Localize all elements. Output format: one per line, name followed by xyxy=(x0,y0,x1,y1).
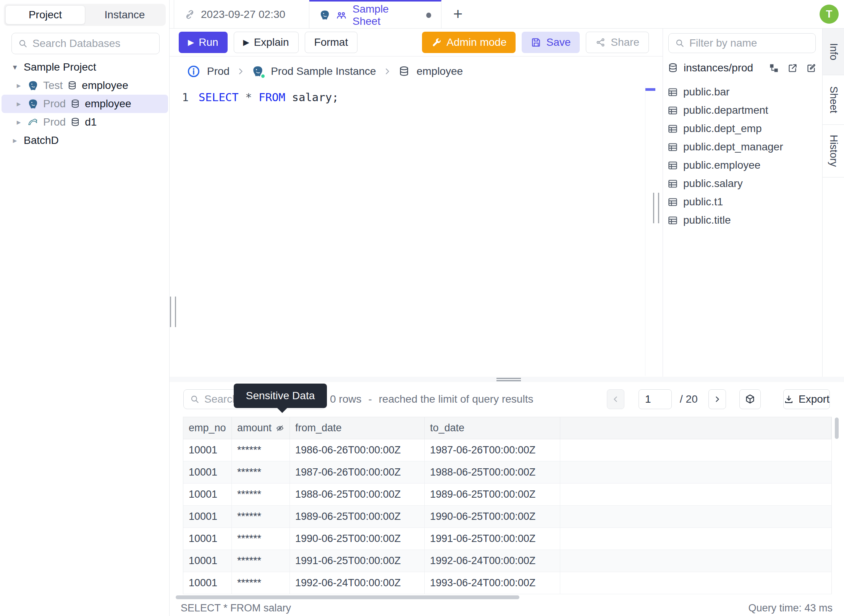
breadcrumb-instance[interactable]: Prod Sample Instance xyxy=(271,65,376,77)
cell[interactable]: 10001 xyxy=(183,572,232,594)
table-item[interactable]: public.salary xyxy=(663,174,823,193)
table-item[interactable]: public.title xyxy=(663,211,823,229)
save-button[interactable]: Save xyxy=(522,32,580,53)
external-link-icon[interactable] xyxy=(787,63,798,73)
column-header-masked[interactable]: amount xyxy=(232,417,290,439)
tab-instance[interactable]: Instance xyxy=(85,5,164,24)
share-button[interactable]: Share xyxy=(586,32,649,53)
schema-diagram-icon[interactable] xyxy=(769,63,779,73)
cell-masked[interactable]: ****** xyxy=(232,572,290,594)
table-item[interactable]: public.department xyxy=(663,101,823,119)
cell-masked[interactable]: ****** xyxy=(232,461,290,484)
cell[interactable]: 1992-06-24T00:00:00Z xyxy=(290,572,425,594)
explain-button[interactable]: ▶ Explain xyxy=(234,32,299,53)
tab-sheet[interactable]: Sheet xyxy=(823,75,844,125)
column-header[interactable]: from_date xyxy=(290,417,425,439)
cell[interactable]: 10001 xyxy=(183,550,232,572)
edit-icon[interactable] xyxy=(806,63,817,73)
info-icon[interactable] xyxy=(187,65,200,78)
vertical-scrollbar[interactable] xyxy=(835,418,839,439)
breadcrumb-database[interactable]: employee xyxy=(417,65,463,77)
tab-project[interactable]: Project xyxy=(5,5,85,24)
table-item[interactable]: public.t1 xyxy=(663,193,823,211)
cell[interactable]: 1989-06-25T00:00:00Z xyxy=(290,506,425,528)
tree-project-sample[interactable]: ▾ Sample Project xyxy=(2,58,168,76)
box-icon-button[interactable] xyxy=(739,389,761,409)
cell[interactable]: 1990-06-25T00:00:00Z xyxy=(425,506,560,528)
cell[interactable]: 1991-06-25T00:00:00Z xyxy=(425,528,560,550)
horizontal-scrollbar[interactable] xyxy=(176,595,519,599)
cell[interactable]: 10001 xyxy=(183,439,232,461)
table-row[interactable]: 10001 ****** 1987-06-26T00:00:00Z 1988-0… xyxy=(183,461,831,484)
admin-mode-button[interactable]: Admin mode xyxy=(422,32,516,53)
table-row[interactable]: 10001 ****** 1992-06-24T00:00:00Z 1993-0… xyxy=(183,572,831,594)
tab-history[interactable]: History xyxy=(823,125,844,177)
cell-masked[interactable]: ****** xyxy=(232,550,290,572)
table-row[interactable]: 10001 ****** 1991-06-25T00:00:00Z 1992-0… xyxy=(183,550,831,572)
filter-by-name-input[interactable] xyxy=(689,37,809,49)
cell-masked[interactable]: ****** xyxy=(232,484,290,506)
next-page-button[interactable] xyxy=(708,389,726,409)
cell-masked[interactable]: ****** xyxy=(232,506,290,528)
new-sheet-button[interactable]: + xyxy=(449,5,467,23)
cell[interactable]: 10001 xyxy=(183,461,232,484)
chevron-right-icon[interactable]: ▸ xyxy=(15,99,23,108)
export-button[interactable]: Export xyxy=(783,389,830,409)
table-item[interactable]: public.bar xyxy=(663,83,823,101)
chevron-right-icon[interactable]: ▸ xyxy=(15,81,23,90)
format-button[interactable]: Format xyxy=(305,32,358,53)
results-resize-handle[interactable] xyxy=(496,378,521,381)
tree-project-batchd[interactable]: ▸ BatchD xyxy=(2,131,168,150)
cell[interactable]: 1989-06-25T00:00:00Z xyxy=(425,484,560,506)
column-header[interactable]: to_date xyxy=(425,417,560,439)
sheet-tab-timestamp[interactable]: 2023-09-27 02:30 xyxy=(174,0,309,29)
results-splitter[interactable] xyxy=(170,377,844,382)
run-button[interactable]: ▶ Run xyxy=(179,32,228,53)
cell[interactable]: 1988-06-25T00:00:00Z xyxy=(290,484,425,506)
chevron-right-icon[interactable]: ▸ xyxy=(15,118,23,127)
tree-db-prod-employee[interactable]: ▸ Prod employee xyxy=(2,95,168,113)
cell[interactable]: 1993-06-24T00:00:00Z xyxy=(425,572,560,594)
prev-page-button[interactable] xyxy=(607,389,624,409)
table-item[interactable]: public.employee xyxy=(663,156,823,174)
tree-db-test-employee[interactable]: ▸ Test employee xyxy=(2,76,168,95)
cell[interactable]: 1988-06-25T00:00:00Z xyxy=(425,461,560,484)
table-row[interactable]: 10001 ****** 1989-06-25T00:00:00Z 1990-0… xyxy=(183,506,831,528)
column-header[interactable]: emp_no xyxy=(183,417,232,439)
table-filter[interactable] xyxy=(668,33,816,53)
cell[interactable]: 1986-06-26T00:00:00Z xyxy=(290,439,425,461)
database-search[interactable] xyxy=(11,33,160,54)
cell[interactable]: 1990-06-25T00:00:00Z xyxy=(290,528,425,550)
eye-off-icon[interactable] xyxy=(275,424,285,433)
table-row[interactable]: 10001 ****** 1990-06-25T00:00:00Z 1991-0… xyxy=(183,528,831,550)
table-item[interactable]: public.dept_manager xyxy=(663,138,823,156)
search-databases-input[interactable] xyxy=(32,37,153,50)
schema-panel-resize-handle[interactable] xyxy=(653,193,659,223)
tree-db-prod-d1[interactable]: ▸ Prod d1 xyxy=(2,113,168,131)
cell[interactable]: 10001 xyxy=(183,528,232,550)
cell-masked[interactable]: ****** xyxy=(232,528,290,550)
table-icon xyxy=(668,197,678,207)
sheet-tab-sample-sheet[interactable]: Sample Sheet xyxy=(309,0,441,29)
chevron-down-icon[interactable]: ▾ xyxy=(11,63,19,72)
table-item[interactable]: public.dept_emp xyxy=(663,119,823,138)
avatar[interactable]: T xyxy=(820,5,839,24)
cell[interactable]: 1987-06-26T00:00:00Z xyxy=(425,439,560,461)
cell[interactable]: 1991-06-25T00:00:00Z xyxy=(290,550,425,572)
sql-editor[interactable]: 1 SELECT * FROM salary; xyxy=(170,86,645,377)
cell[interactable]: 10001 xyxy=(183,484,232,506)
cell-masked[interactable]: ****** xyxy=(232,439,290,461)
cell[interactable]: 10001 xyxy=(183,506,232,528)
editor-scrollbar-track[interactable] xyxy=(645,86,645,376)
sidebar-resize-handle[interactable] xyxy=(170,297,176,327)
cell[interactable]: 1992-06-24T00:00:00Z xyxy=(425,550,560,572)
cell[interactable]: 1987-06-26T00:00:00Z xyxy=(290,461,425,484)
tab-info[interactable]: Info xyxy=(823,29,844,75)
breadcrumb-environment[interactable]: Prod xyxy=(207,65,230,77)
table-row[interactable]: 10001 ****** 1986-06-26T00:00:00Z 1987-0… xyxy=(183,439,831,461)
table-row[interactable]: 10001 ****** 1988-06-25T00:00:00Z 1989-0… xyxy=(183,484,831,506)
postgresql-icon xyxy=(252,65,264,77)
page-number-input[interactable] xyxy=(639,389,672,409)
chevron-right-icon[interactable]: ▸ xyxy=(11,136,19,145)
table-icon xyxy=(668,124,678,134)
